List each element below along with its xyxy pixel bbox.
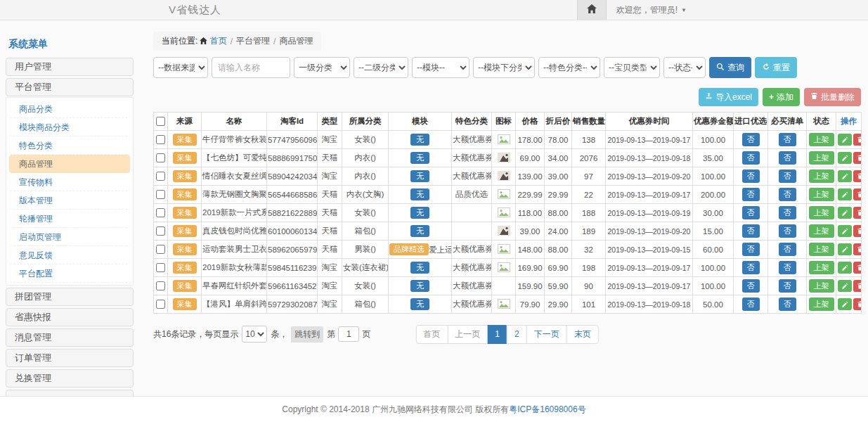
row-checkbox[interactable] xyxy=(156,153,165,162)
edit-button[interactable] xyxy=(838,262,852,274)
delete-button[interactable] xyxy=(853,188,862,200)
sidebar-item-1-4[interactable]: 宣传物料 xyxy=(9,173,130,191)
status-toggle[interactable]: 上架 xyxy=(809,298,834,310)
import-select-toggle[interactable]: 否 xyxy=(742,261,760,274)
filter-select-0[interactable]: --数据来源-- xyxy=(153,57,208,78)
sidebar-group-0[interactable]: 用户管理 xyxy=(6,58,134,76)
user-menu[interactable]: 欢迎您，管理员! ▼ xyxy=(616,4,687,16)
edit-button[interactable] xyxy=(838,298,852,310)
home-button[interactable] xyxy=(577,0,607,20)
filter-select-6[interactable]: --特色分类-- xyxy=(538,57,600,78)
name-search-input[interactable] xyxy=(212,57,290,78)
edit-button[interactable] xyxy=(838,188,852,200)
status-toggle[interactable]: 上架 xyxy=(809,243,834,255)
sidebar-item-1-0[interactable]: 商品分类 xyxy=(9,100,130,118)
delete-button[interactable] xyxy=(853,280,862,292)
import-select-toggle[interactable]: 否 xyxy=(742,243,760,255)
breadcrumb-home-link[interactable]: 首页 xyxy=(200,35,226,47)
filter-select-2[interactable]: 一级分类 xyxy=(294,57,350,78)
delete-button[interactable] xyxy=(853,152,862,164)
row-checkbox[interactable] xyxy=(156,263,165,272)
row-checkbox[interactable] xyxy=(156,135,165,144)
page-size-select[interactable]: 10 xyxy=(242,326,267,343)
import-select-toggle[interactable]: 否 xyxy=(742,188,760,200)
icp-link[interactable]: 粤ICP备16098006号 xyxy=(509,404,585,416)
sidebar-item-1-1[interactable]: 模块商品分类 xyxy=(9,118,130,136)
sidebar-group-4[interactable]: 消息管理 xyxy=(6,328,134,347)
sidebar-group-3[interactable]: 省惠快报 xyxy=(6,308,134,326)
jump-button[interactable]: 跳转到 xyxy=(291,326,323,343)
sidebar-group-2[interactable]: 拼团管理 xyxy=(6,288,134,306)
delete-button[interactable] xyxy=(853,262,862,274)
edit-button[interactable] xyxy=(838,207,852,219)
sidebar-item-1-5[interactable]: 版本管理 xyxy=(9,191,130,210)
filter-select-5[interactable]: --模块下分类-- xyxy=(473,57,535,78)
must-buy-toggle[interactable]: 否 xyxy=(779,133,796,146)
edit-button[interactable] xyxy=(838,280,852,292)
edit-button[interactable] xyxy=(838,134,852,146)
delete-button[interactable] xyxy=(853,225,862,237)
edit-button[interactable] xyxy=(838,225,852,237)
status-toggle[interactable]: 上架 xyxy=(809,151,834,164)
row-checkbox[interactable] xyxy=(156,245,165,254)
filter-select-7[interactable]: --宝贝类型-- xyxy=(604,57,660,78)
import-select-toggle[interactable]: 否 xyxy=(742,206,760,219)
row-checkbox[interactable] xyxy=(156,300,165,309)
import-excel-button[interactable]: 导入excel xyxy=(699,88,758,106)
status-toggle[interactable]: 上架 xyxy=(809,261,834,274)
edit-button[interactable] xyxy=(838,152,852,164)
sidebar-group-6[interactable]: 兑换管理 xyxy=(6,369,134,388)
import-select-toggle[interactable]: 否 xyxy=(742,279,760,292)
delete-button[interactable] xyxy=(853,207,862,219)
row-checkbox[interactable] xyxy=(156,190,165,199)
sidebar-group-5[interactable]: 订单管理 xyxy=(6,349,134,367)
sidebar-item-1-2[interactable]: 特色分类 xyxy=(9,136,130,155)
pager-button-1[interactable]: 1 xyxy=(487,325,507,344)
add-button[interactable]: + 添加 xyxy=(763,88,800,106)
status-toggle[interactable]: 上架 xyxy=(809,206,834,219)
batch-delete-button[interactable]: 批量删除 xyxy=(804,88,861,106)
row-checkbox[interactable] xyxy=(156,226,165,236)
must-buy-toggle[interactable]: 否 xyxy=(779,298,796,310)
import-select-toggle[interactable]: 否 xyxy=(742,298,760,310)
status-toggle[interactable]: 上架 xyxy=(809,279,834,292)
pager-button-上一页[interactable]: 上一页 xyxy=(447,325,488,344)
sidebar-item-1-3[interactable]: 商品管理 xyxy=(9,155,130,173)
must-buy-toggle[interactable]: 否 xyxy=(779,243,796,255)
search-button[interactable]: 查询 xyxy=(709,57,751,78)
edit-button[interactable] xyxy=(838,243,852,255)
reset-button[interactable]: 重置 xyxy=(755,57,797,78)
must-buy-toggle[interactable]: 否 xyxy=(779,170,796,182)
must-buy-toggle[interactable]: 否 xyxy=(779,206,796,219)
must-buy-toggle[interactable]: 否 xyxy=(779,188,796,200)
status-toggle[interactable]: 上架 xyxy=(809,170,834,182)
pager-button-下一页[interactable]: 下一页 xyxy=(526,325,567,344)
filter-select-4[interactable]: --模块-- xyxy=(412,57,469,78)
must-buy-toggle[interactable]: 否 xyxy=(779,261,796,274)
sidebar-item-1-8[interactable]: 意见反馈 xyxy=(9,246,130,264)
pager-button-2[interactable]: 2 xyxy=(507,325,527,344)
pager-button-末页[interactable]: 末页 xyxy=(566,325,599,344)
pager-button-首页[interactable]: 首页 xyxy=(415,325,448,344)
status-toggle[interactable]: 上架 xyxy=(809,224,834,237)
edit-button[interactable] xyxy=(838,170,852,182)
sidebar-item-1-7[interactable]: 启动页管理 xyxy=(9,228,130,246)
row-checkbox[interactable] xyxy=(156,208,165,217)
must-buy-toggle[interactable]: 否 xyxy=(779,151,796,164)
import-select-toggle[interactable]: 否 xyxy=(742,151,760,164)
delete-button[interactable] xyxy=(853,170,862,182)
delete-button[interactable] xyxy=(853,298,862,310)
row-checkbox[interactable] xyxy=(156,172,165,181)
sidebar-item-1-9[interactable]: 平台配置 xyxy=(9,264,130,283)
sidebar-group-1[interactable]: 平台管理 xyxy=(6,78,134,96)
jump-page-input[interactable] xyxy=(338,326,359,342)
filter-select-3[interactable]: --二级分类-- xyxy=(354,57,408,78)
sidebar-item-1-6[interactable]: 轮播管理 xyxy=(9,210,130,228)
status-toggle[interactable]: 上架 xyxy=(809,188,834,200)
import-select-toggle[interactable]: 否 xyxy=(742,224,760,237)
filter-select-8[interactable]: --状态-- xyxy=(663,57,706,78)
select-all-checkbox[interactable] xyxy=(156,117,165,126)
must-buy-toggle[interactable]: 否 xyxy=(779,224,796,237)
status-toggle[interactable]: 上架 xyxy=(809,133,834,146)
row-checkbox[interactable] xyxy=(156,281,165,290)
